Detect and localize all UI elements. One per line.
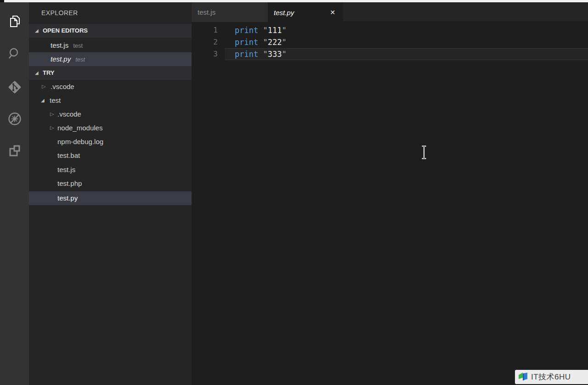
watermark-text: IT技术6HU <box>531 372 571 382</box>
string-token: 111 <box>268 26 282 35</box>
keyword-token: print <box>235 50 258 59</box>
tree-item[interactable]: test.js <box>29 163 192 177</box>
tree-item-label: npm-debug.log <box>57 135 103 149</box>
code-line: 2 print "222" <box>192 36 588 48</box>
section-open-editors[interactable]: ◢ OPEN EDITORS <box>29 24 192 38</box>
tab-test-js[interactable]: test.js <box>192 2 268 22</box>
tree-item[interactable]: ▷ .vscode <box>29 107 192 121</box>
tree-item[interactable]: ▷ node_modules <box>29 121 192 135</box>
open-editor-filename: test.py <box>51 55 71 63</box>
editor-tab-bar: test.js test.py ✕ <box>192 2 588 22</box>
vscode-window: EXPLORER ◢ OPEN EDITORS test.jstest test… <box>0 0 588 385</box>
code-line: 1 print "111" <box>192 24 588 36</box>
tree-item-label: node_modules <box>57 121 102 135</box>
activity-bar <box>0 2 29 385</box>
quote-token: " <box>263 38 267 47</box>
activity-item-explorer[interactable] <box>0 11 29 33</box>
tree-item-label: test <box>50 94 61 107</box>
section-folder-try[interactable]: ◢ TRY <box>29 66 192 80</box>
open-editor-item[interactable]: test.pytest <box>29 52 192 66</box>
tab-label: test.py <box>274 9 294 17</box>
quote-token: " <box>263 50 267 59</box>
watermark-badge: IT技术6HU <box>515 370 588 384</box>
tree-item[interactable]: npm-debug.log <box>29 135 192 149</box>
files-icon <box>7 14 22 29</box>
sidebar-explorer: EXPLORER ◢ OPEN EDITORS test.jstest test… <box>29 2 192 385</box>
close-icon[interactable]: ✕ <box>328 8 337 17</box>
activity-item-git[interactable] <box>0 76 29 98</box>
sidebar-title: EXPLORER <box>29 2 192 24</box>
quote-token: " <box>282 50 286 59</box>
open-editor-folder: test <box>75 56 85 63</box>
tree-item-label: test.php <box>57 177 82 190</box>
activity-item-debug[interactable] <box>0 108 29 130</box>
tab-test-py[interactable]: test.py ✕ <box>268 2 343 22</box>
extensions-icon <box>7 144 22 158</box>
tree-item-label: test.py <box>57 191 78 205</box>
tree-item-label: test.bat <box>57 149 80 162</box>
tree-item[interactable]: ◢ test <box>29 94 192 107</box>
section-label: OPEN EDITORS <box>43 24 88 38</box>
code-line: 3 print "333" <box>192 48 588 60</box>
tree-item[interactable]: test.bat <box>29 149 192 162</box>
tree-item-label: .vscode <box>57 107 81 121</box>
quote-token: " <box>282 38 286 47</box>
activity-item-search[interactable] <box>0 43 29 65</box>
debug-icon <box>7 111 23 127</box>
activity-item-extensions[interactable] <box>0 140 29 162</box>
code-editor[interactable]: 1 print "111" 2 print "222" 3 print "333… <box>192 22 588 385</box>
twistie-collapsed-icon[interactable]: ▷ <box>42 80 45 94</box>
twistie-expanded-icon[interactable]: ◢ <box>35 24 39 38</box>
string-token: 222 <box>268 38 282 47</box>
quote-token: " <box>282 26 286 35</box>
quote-token: " <box>263 26 267 35</box>
keyword-token: print <box>235 38 258 47</box>
twistie-collapsed-icon[interactable]: ▷ <box>50 107 54 121</box>
code-area: 1 print "111" 2 print "222" 3 print "333… <box>192 24 588 60</box>
keyword-token: print <box>235 26 258 35</box>
twistie-expanded-icon[interactable]: ◢ <box>41 94 45 107</box>
open-editor-folder: test <box>73 42 83 49</box>
tree-item[interactable]: ▷ .vscode <box>29 80 192 94</box>
line-number: 2 <box>192 36 218 48</box>
tree-item[interactable]: test.php <box>29 177 192 190</box>
open-editor-item[interactable]: test.jstest <box>29 39 192 52</box>
watermark-logo-icon <box>518 372 529 383</box>
tree-item-selected[interactable]: test.py <box>29 191 192 205</box>
line-number: 1 <box>192 24 218 36</box>
tree-item-label: test.js <box>57 163 75 177</box>
line-number: 3 <box>192 48 218 60</box>
string-token: 333 <box>268 50 282 59</box>
open-editor-filename: test.js <box>51 41 68 49</box>
tree-item-label: .vscode <box>51 80 74 94</box>
tab-label: test.js <box>198 8 215 16</box>
twistie-collapsed-icon[interactable]: ▷ <box>50 121 54 135</box>
twistie-expanded-icon[interactable]: ◢ <box>35 66 39 80</box>
git-icon <box>7 79 23 95</box>
section-label: TRY <box>43 66 55 80</box>
search-icon <box>7 47 22 61</box>
